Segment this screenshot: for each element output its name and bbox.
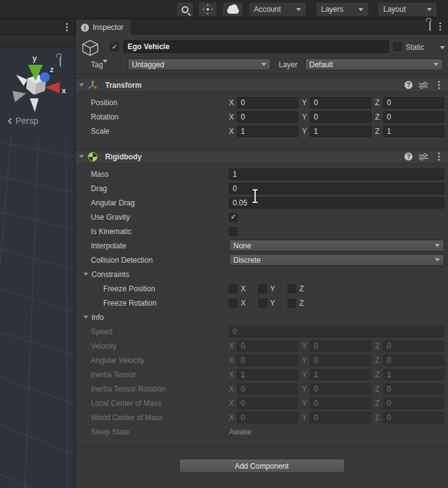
gameobject-active-checkbox[interactable] <box>110 42 119 51</box>
scene-viewport[interactable]: y z x Persp <box>0 47 75 488</box>
scene-panel-menu-icon[interactable] <box>62 21 71 32</box>
chevron-down-icon <box>358 8 363 11</box>
x-axis-label: X <box>229 356 235 365</box>
mass-label: Mass <box>91 170 229 179</box>
presets-icon[interactable] <box>419 82 428 89</box>
help-icon[interactable]: ? <box>404 152 413 161</box>
freeze-rotation-z-checkbox[interactable] <box>287 299 296 307</box>
local-center-of-mass-y-field: 0 <box>310 398 371 409</box>
velocity-row: Velocity X0 Y0 Z0 <box>75 339 448 353</box>
foldout-arrow-icon[interactable] <box>79 83 84 87</box>
x-axis-label: X <box>229 413 235 422</box>
unity-editor-window: Account Layers Layout <box>0 0 448 488</box>
freeze-rotation-x-checkbox[interactable] <box>229 299 238 307</box>
velocity-label: Velocity <box>91 342 229 350</box>
component-menu-icon[interactable] <box>434 80 443 91</box>
rigidbody-body: Mass 1 Drag 0 Angular Drag 0.05 Use Grav… <box>75 164 448 443</box>
layout-dropdown[interactable]: Layout <box>378 2 437 17</box>
cloud-services-button[interactable] <box>222 2 243 17</box>
position-y-field[interactable]: 0 <box>310 97 371 108</box>
static-flags-caret[interactable] <box>440 46 445 49</box>
foldout-arrow-icon[interactable] <box>79 155 84 158</box>
freeze-position-z-checkbox[interactable] <box>287 284 296 293</box>
position-label: Position <box>91 98 229 107</box>
help-icon[interactable]: ? <box>404 81 413 89</box>
gizmo-x-label[interactable]: x <box>62 86 66 95</box>
scale-x-field[interactable]: 1 <box>237 126 298 137</box>
inspector-panel-menu-icon[interactable] <box>436 21 444 32</box>
layer-dropdown[interactable]: Default <box>305 59 443 70</box>
drag-field[interactable]: 0 <box>229 183 444 194</box>
angular-drag-field[interactable]: 0.05 <box>229 197 444 209</box>
gameobject-cube-icon[interactable] <box>81 39 100 57</box>
freeze-position-x-checkbox[interactable] <box>229 284 238 293</box>
z-axis-label: Z <box>299 284 304 293</box>
gizmo-z-label[interactable]: z <box>50 65 54 74</box>
perspective-toggle[interactable]: Persp <box>9 116 39 126</box>
scale-y-field[interactable]: 1 <box>310 126 371 137</box>
rigidbody-icon <box>88 152 98 162</box>
rotation-z-field[interactable]: 0 <box>383 111 444 123</box>
position-z-field[interactable]: 0 <box>383 97 444 108</box>
inspector-lock-button[interactable] <box>429 22 431 30</box>
position-x-field[interactable]: 0 <box>237 97 298 108</box>
presets-icon[interactable] <box>419 153 428 161</box>
transform-icon <box>88 80 98 90</box>
x-axis-label: X <box>229 113 235 121</box>
rotation-label: Rotation <box>91 113 229 121</box>
y-axis-label: Y <box>302 342 307 350</box>
account-dropdown[interactable]: Account <box>248 2 307 17</box>
gameobject-icon-caret[interactable] <box>103 60 108 63</box>
constraints-foldout[interactable]: Constraints <box>75 267 448 281</box>
rigidbody-header[interactable]: Rigidbody ? <box>75 149 448 164</box>
info-foldout[interactable]: Info <box>75 310 448 324</box>
activity-button[interactable] <box>198 2 217 17</box>
angular-velocity-z-field: 0 <box>383 355 444 366</box>
inertia-tensor-z-field: 1 <box>383 369 444 380</box>
x-axis-label: X <box>229 98 235 107</box>
angular-velocity-label: Angular Velocity <box>91 356 229 365</box>
scene-mini-toolbar <box>0 35 75 47</box>
speed-field: 0 <box>229 326 444 337</box>
use-gravity-label: Use Gravity <box>91 213 229 222</box>
scene-gizmo-lock[interactable] <box>60 57 61 66</box>
cloud-icon <box>227 8 239 14</box>
collision-detection-dropdown[interactable]: Discrete <box>229 254 444 266</box>
static-checkbox[interactable] <box>393 42 402 51</box>
component-menu-icon[interactable] <box>434 151 443 162</box>
chevron-down-icon <box>435 258 440 261</box>
world-center-of-mass-row: World Center of Mass X0 Y0 Z0 <box>75 410 448 425</box>
x-axis-label: X <box>229 399 235 408</box>
z-axis-label: Z <box>375 342 381 350</box>
unlock-icon <box>429 21 431 31</box>
mass-field[interactable]: 1 <box>229 169 444 180</box>
use-gravity-checkbox[interactable] <box>229 213 238 222</box>
interpolate-row: Interpolate None <box>75 238 448 253</box>
layers-dropdown-label: Layers <box>321 5 353 14</box>
tag-dropdown[interactable]: Untagged <box>128 59 271 70</box>
is-kinematic-checkbox[interactable] <box>229 227 238 236</box>
tag-value: Untagged <box>132 60 164 69</box>
add-component-button[interactable]: Add Component <box>179 459 345 473</box>
freeze-rotation-y-checkbox[interactable] <box>258 299 267 307</box>
interpolate-dropdown[interactable]: None <box>229 240 444 251</box>
scale-z-field[interactable]: 1 <box>383 126 444 137</box>
info-label: Info <box>91 313 104 322</box>
transform-header[interactable]: Transform ? <box>75 78 448 92</box>
gameobject-name-field[interactable] <box>123 40 389 53</box>
chevron-left-icon <box>8 118 14 124</box>
info-icon: i <box>81 24 89 32</box>
inertia-tensor-rotation-y-field: 0 <box>310 383 371 395</box>
layers-dropdown[interactable]: Layers <box>315 2 369 17</box>
rotation-x-field[interactable]: 0 <box>237 111 298 123</box>
search-button[interactable] <box>176 2 194 17</box>
rotation-y-field[interactable]: 0 <box>310 111 371 123</box>
freeze-position-y-checkbox[interactable] <box>258 284 267 293</box>
tab-inspector[interactable]: i Inspector <box>76 20 131 35</box>
interpolate-label: Interpolate <box>91 242 229 250</box>
y-axis-label: Y <box>302 127 307 136</box>
unlock-icon <box>60 57 61 67</box>
local-center-of-mass-row: Local Center of Mass X0 Y0 Z0 <box>75 396 448 410</box>
chevron-down-icon <box>434 63 439 66</box>
gizmo-y-label[interactable]: y <box>32 54 37 63</box>
